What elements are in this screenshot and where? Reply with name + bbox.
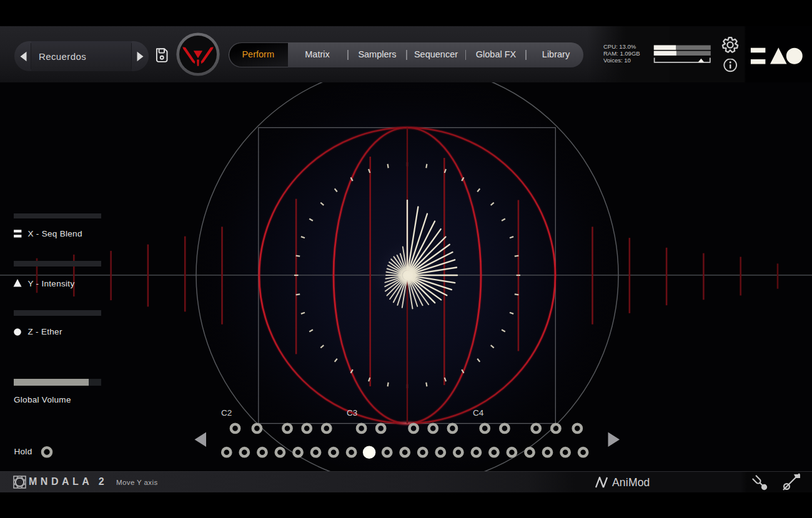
- svg-text:C4: C4: [473, 408, 484, 418]
- svg-text:C2: C2: [221, 408, 232, 418]
- svg-text:C3: C3: [347, 408, 357, 418]
